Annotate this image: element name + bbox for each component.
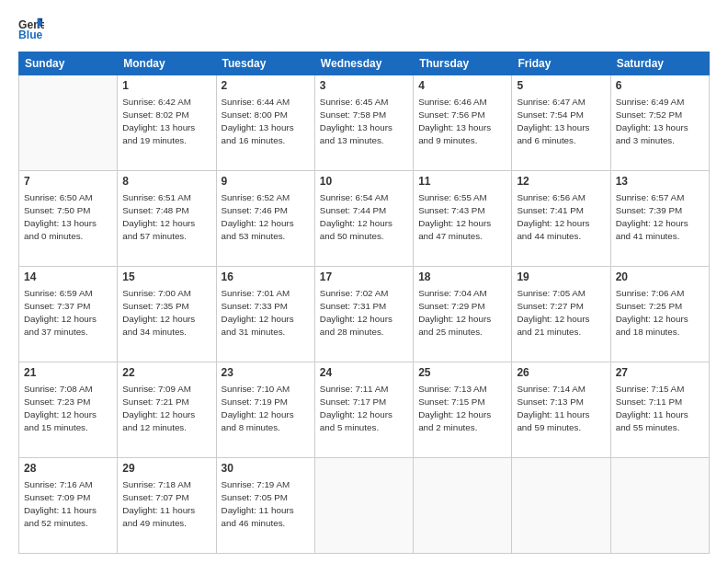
day-info: Sunrise: 7:04 AM Sunset: 7:29 PM Dayligh…	[418, 287, 506, 338]
calendar-week-3: 21Sunrise: 7:08 AM Sunset: 7:23 PM Dayli…	[19, 362, 710, 458]
day-info: Sunrise: 7:09 AM Sunset: 7:21 PM Dayligh…	[122, 383, 210, 433]
day-info: Sunrise: 7:18 AM Sunset: 7:07 PM Dayligh…	[122, 478, 210, 529]
calendar-cell: 16Sunrise: 7:01 AM Sunset: 7:33 PM Dayli…	[216, 267, 314, 362]
day-info: Sunrise: 7:01 AM Sunset: 7:33 PM Dayligh…	[222, 287, 310, 338]
day-number: 6	[616, 78, 704, 94]
day-number: 21	[24, 365, 112, 381]
calendar-cell	[610, 458, 709, 554]
day-header-saturday: Saturday	[610, 52, 709, 75]
logo-icon: General Blue	[18, 17, 44, 42]
day-number: 8	[122, 174, 210, 190]
day-number: 5	[517, 78, 605, 94]
day-info: Sunrise: 6:51 AM Sunset: 7:48 PM Dayligh…	[122, 191, 210, 242]
day-number: 23	[222, 365, 310, 381]
day-number: 30	[222, 461, 310, 477]
day-info: Sunrise: 6:45 AM Sunset: 7:58 PM Dayligh…	[320, 96, 408, 146]
calendar-cell	[314, 458, 413, 554]
calendar-cell	[19, 75, 118, 171]
calendar-cell: 8Sunrise: 6:51 AM Sunset: 7:48 PM Daylig…	[118, 171, 216, 267]
day-info: Sunrise: 6:55 AM Sunset: 7:43 PM Dayligh…	[418, 191, 506, 242]
calendar-cell: 13Sunrise: 6:57 AM Sunset: 7:39 PM Dayli…	[610, 171, 709, 267]
day-number: 14	[24, 270, 112, 285]
day-info: Sunrise: 6:47 AM Sunset: 7:54 PM Dayligh…	[517, 96, 605, 146]
day-header-monday: Monday	[118, 52, 216, 75]
day-number: 15	[122, 270, 210, 285]
calendar-cell: 7Sunrise: 6:50 AM Sunset: 7:50 PM Daylig…	[19, 171, 118, 267]
day-number: 2	[222, 78, 310, 94]
calendar-cell: 26Sunrise: 7:14 AM Sunset: 7:13 PM Dayli…	[512, 362, 610, 458]
calendar-cell: 15Sunrise: 7:00 AM Sunset: 7:35 PM Dayli…	[118, 267, 216, 362]
day-number: 20	[616, 270, 704, 285]
day-info: Sunrise: 7:16 AM Sunset: 7:09 PM Dayligh…	[24, 478, 112, 529]
calendar-cell: 27Sunrise: 7:15 AM Sunset: 7:11 PM Dayli…	[610, 362, 709, 458]
calendar-week-2: 14Sunrise: 6:59 AM Sunset: 7:37 PM Dayli…	[19, 267, 710, 362]
day-info: Sunrise: 6:59 AM Sunset: 7:37 PM Dayligh…	[24, 287, 112, 338]
calendar-cell: 1Sunrise: 6:42 AM Sunset: 8:02 PM Daylig…	[118, 75, 216, 171]
day-number: 16	[222, 270, 310, 285]
day-number: 12	[517, 174, 605, 190]
calendar-cell: 14Sunrise: 6:59 AM Sunset: 7:37 PM Dayli…	[19, 267, 118, 362]
day-number: 4	[418, 78, 506, 94]
day-number: 24	[320, 365, 408, 381]
day-number: 1	[122, 78, 210, 94]
calendar-cell: 30Sunrise: 7:19 AM Sunset: 7:05 PM Dayli…	[216, 458, 314, 554]
day-info: Sunrise: 6:44 AM Sunset: 8:00 PM Dayligh…	[222, 96, 310, 146]
day-header-tuesday: Tuesday	[216, 52, 314, 75]
day-info: Sunrise: 7:15 AM Sunset: 7:11 PM Dayligh…	[616, 383, 704, 433]
day-number: 25	[418, 365, 506, 381]
day-info: Sunrise: 6:42 AM Sunset: 8:02 PM Dayligh…	[122, 96, 210, 146]
calendar-cell: 20Sunrise: 7:06 AM Sunset: 7:25 PM Dayli…	[610, 267, 709, 362]
page-header: General Blue	[18, 17, 710, 42]
day-info: Sunrise: 7:00 AM Sunset: 7:35 PM Dayligh…	[122, 287, 210, 338]
day-number: 7	[24, 174, 112, 190]
calendar-cell: 10Sunrise: 6:54 AM Sunset: 7:44 PM Dayli…	[314, 171, 413, 267]
calendar-cell: 12Sunrise: 6:56 AM Sunset: 7:41 PM Dayli…	[512, 171, 610, 267]
calendar-cell: 28Sunrise: 7:16 AM Sunset: 7:09 PM Dayli…	[19, 458, 118, 554]
day-info: Sunrise: 7:05 AM Sunset: 7:27 PM Dayligh…	[517, 287, 605, 338]
day-info: Sunrise: 7:13 AM Sunset: 7:15 PM Dayligh…	[418, 383, 506, 433]
day-info: Sunrise: 6:57 AM Sunset: 7:39 PM Dayligh…	[616, 191, 704, 242]
svg-text:Blue: Blue	[18, 29, 43, 41]
calendar-cell: 29Sunrise: 7:18 AM Sunset: 7:07 PM Dayli…	[118, 458, 216, 554]
calendar-cell	[512, 458, 610, 554]
calendar-cell: 11Sunrise: 6:55 AM Sunset: 7:43 PM Dayli…	[414, 171, 512, 267]
day-info: Sunrise: 7:11 AM Sunset: 7:17 PM Dayligh…	[320, 383, 408, 433]
day-info: Sunrise: 7:02 AM Sunset: 7:31 PM Dayligh…	[320, 287, 408, 338]
day-header-friday: Friday	[512, 52, 610, 75]
calendar-header-row: SundayMondayTuesdayWednesdayThursdayFrid…	[19, 52, 710, 75]
calendar-cell: 6Sunrise: 6:49 AM Sunset: 7:52 PM Daylig…	[610, 75, 709, 171]
calendar-cell	[414, 458, 512, 554]
day-number: 13	[616, 174, 704, 190]
day-number: 9	[222, 174, 310, 190]
logo: General Blue	[18, 17, 50, 42]
calendar-table: SundayMondayTuesdayWednesdayThursdayFrid…	[18, 52, 710, 554]
day-info: Sunrise: 6:56 AM Sunset: 7:41 PM Dayligh…	[517, 191, 605, 242]
day-number: 27	[616, 365, 704, 381]
day-number: 3	[320, 78, 408, 94]
day-number: 28	[24, 461, 112, 477]
day-header-thursday: Thursday	[414, 52, 512, 75]
day-info: Sunrise: 7:06 AM Sunset: 7:25 PM Dayligh…	[616, 287, 704, 338]
day-info: Sunrise: 7:08 AM Sunset: 7:23 PM Dayligh…	[24, 383, 112, 433]
day-info: Sunrise: 6:50 AM Sunset: 7:50 PM Dayligh…	[24, 191, 112, 242]
day-info: Sunrise: 6:46 AM Sunset: 7:56 PM Dayligh…	[418, 96, 506, 146]
day-number: 19	[517, 270, 605, 285]
calendar-cell: 23Sunrise: 7:10 AM Sunset: 7:19 PM Dayli…	[216, 362, 314, 458]
day-info: Sunrise: 6:49 AM Sunset: 7:52 PM Dayligh…	[616, 96, 704, 146]
calendar-cell: 3Sunrise: 6:45 AM Sunset: 7:58 PM Daylig…	[314, 75, 413, 171]
day-number: 10	[320, 174, 408, 190]
day-number: 26	[517, 365, 605, 381]
calendar-cell: 24Sunrise: 7:11 AM Sunset: 7:17 PM Dayli…	[314, 362, 413, 458]
day-info: Sunrise: 7:10 AM Sunset: 7:19 PM Dayligh…	[222, 383, 310, 433]
day-info: Sunrise: 7:19 AM Sunset: 7:05 PM Dayligh…	[222, 478, 310, 529]
day-header-sunday: Sunday	[19, 52, 118, 75]
calendar-week-0: 1Sunrise: 6:42 AM Sunset: 8:02 PM Daylig…	[19, 75, 710, 171]
calendar-cell: 25Sunrise: 7:13 AM Sunset: 7:15 PM Dayli…	[414, 362, 512, 458]
calendar-cell: 18Sunrise: 7:04 AM Sunset: 7:29 PM Dayli…	[414, 267, 512, 362]
day-number: 22	[122, 365, 210, 381]
day-info: Sunrise: 6:54 AM Sunset: 7:44 PM Dayligh…	[320, 191, 408, 242]
calendar-cell: 9Sunrise: 6:52 AM Sunset: 7:46 PM Daylig…	[216, 171, 314, 267]
calendar-cell: 5Sunrise: 6:47 AM Sunset: 7:54 PM Daylig…	[512, 75, 610, 171]
day-info: Sunrise: 7:14 AM Sunset: 7:13 PM Dayligh…	[517, 383, 605, 433]
day-number: 17	[320, 270, 408, 285]
